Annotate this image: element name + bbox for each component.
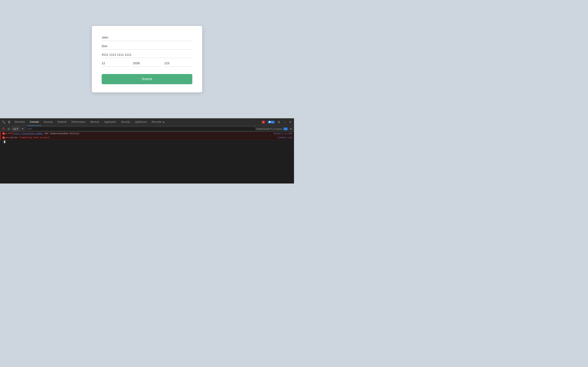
warning-badge-area: 💬 11 <box>266 121 276 124</box>
tab-performance[interactable]: Performance <box>69 118 88 126</box>
expiry-year-field[interactable] <box>133 60 161 67</box>
cursor <box>4 141 5 143</box>
svg-rect-0 <box>2 121 3 122</box>
issues-settings-icon[interactable]: ⚙ <box>289 127 293 131</box>
card-number-field[interactable] <box>102 51 192 58</box>
console-output: 🔴 ▶ POST http://localhost:3000/ 422 (Unp… <box>0 132 294 184</box>
post-source[interactable]: helpers.js:101 <box>270 132 292 135</box>
preserve-log-icon[interactable] <box>7 127 11 131</box>
tab-memory[interactable]: Memory <box>88 118 102 126</box>
devtools-tabbar: Elements Console Sources Network Perform… <box>0 118 294 126</box>
error-badge-area: 2 <box>260 121 266 124</box>
context-label: top <box>13 128 16 130</box>
console-line-error-obj: 🔴 ▶ ▶ { error : 'Something went wrong' }… <box>0 136 294 140</box>
post-status: 422 (Unprocessable Entity) <box>43 132 79 135</box>
tab-network[interactable]: Network <box>55 118 69 126</box>
error-count-badge[interactable]: 2 <box>262 121 265 124</box>
tab-security[interactable]: Security <box>119 118 132 126</box>
last-name-input[interactable] <box>102 43 192 50</box>
tab-console[interactable]: Console <box>27 118 41 126</box>
cvv-field[interactable] <box>164 60 192 67</box>
obj-brace-close: } <box>48 136 50 139</box>
expiry-cvv-row <box>102 60 192 67</box>
inspect-element-icon[interactable] <box>1 119 7 125</box>
context-selector[interactable]: top ▾ <box>12 127 20 131</box>
warning-count-badge[interactable]: 💬 11 <box>268 121 275 124</box>
expiry-month-input[interactable] <box>102 60 130 67</box>
tab-sources[interactable]: Sources <box>41 118 55 126</box>
tab-lighthouse[interactable]: Lighthouse <box>132 118 149 126</box>
svg-rect-1 <box>4 122 5 123</box>
obj-expand-arrow2[interactable]: ▶ <box>8 136 9 139</box>
expiry-month-field[interactable] <box>102 60 130 67</box>
post-url[interactable]: http://localhost:3000/ <box>13 132 43 135</box>
svg-rect-3 <box>9 122 9 123</box>
expiry-year-input[interactable] <box>133 60 161 67</box>
obj-expand-arrow[interactable]: ▶ <box>6 136 7 139</box>
obj-colon: : <box>17 136 19 139</box>
obj-value: 'Something went wrong' <box>19 136 48 139</box>
log-levels-dropdown[interactable]: Default levels ▾ <box>256 127 272 130</box>
device-toggle-icon[interactable] <box>7 119 12 125</box>
dropdown-arrow-icon: ▾ <box>17 127 18 130</box>
clear-console-icon[interactable]: 🚫 <box>1 127 6 131</box>
submit-button[interactable]: Submit <box>102 74 192 84</box>
payment-card: Submit <box>92 26 202 92</box>
obj-key: error <box>11 136 17 139</box>
error-icon: 🔴 <box>2 132 5 135</box>
tab-elements[interactable]: Elements <box>12 118 27 126</box>
first-name-field[interactable] <box>102 34 192 41</box>
main-page: Submit <box>0 0 294 118</box>
first-name-input[interactable] <box>102 34 192 41</box>
tab-recorder[interactable]: Recorder ▲ <box>149 118 167 126</box>
console-filter-input[interactable] <box>26 127 255 131</box>
levels-arrow-icon: ▾ <box>270 127 272 130</box>
expand-arrow-icon[interactable]: ▶ <box>6 132 7 135</box>
devtools-close-icon[interactable]: ✕ <box>287 119 293 125</box>
console-toolbar: 🚫 top ▾ 👁 Default levels ▾ 11 Issues: 11… <box>0 126 294 132</box>
issues-area: 11 Issues: 11 <box>273 127 288 130</box>
error-icon-2: 🔴 <box>2 136 5 139</box>
post-method-label: POST <box>8 132 13 135</box>
prompt-icon: › <box>2 141 3 143</box>
issues-count-badge[interactable]: 11 <box>283 127 288 130</box>
obj-brace-open: { <box>9 136 11 139</box>
devtools-more-icon[interactable]: ⋮ <box>282 119 287 125</box>
obj-source[interactable]: (index):110 <box>274 136 292 139</box>
live-expression-icon[interactable]: 👁 <box>20 127 25 131</box>
chat-icon: 💬 <box>268 121 271 123</box>
tab-application[interactable]: Application <box>102 118 119 126</box>
devtools-panel: Elements Console Sources Network Perform… <box>0 118 294 184</box>
console-line-post-error: 🔴 ▶ POST http://localhost:3000/ 422 (Unp… <box>0 132 294 136</box>
cvv-input[interactable] <box>164 60 192 67</box>
card-number-input[interactable] <box>102 51 192 58</box>
devtools-settings-icon[interactable]: ⚙ <box>276 119 282 125</box>
last-name-field[interactable] <box>102 43 192 50</box>
console-prompt-line[interactable]: › <box>0 140 294 144</box>
